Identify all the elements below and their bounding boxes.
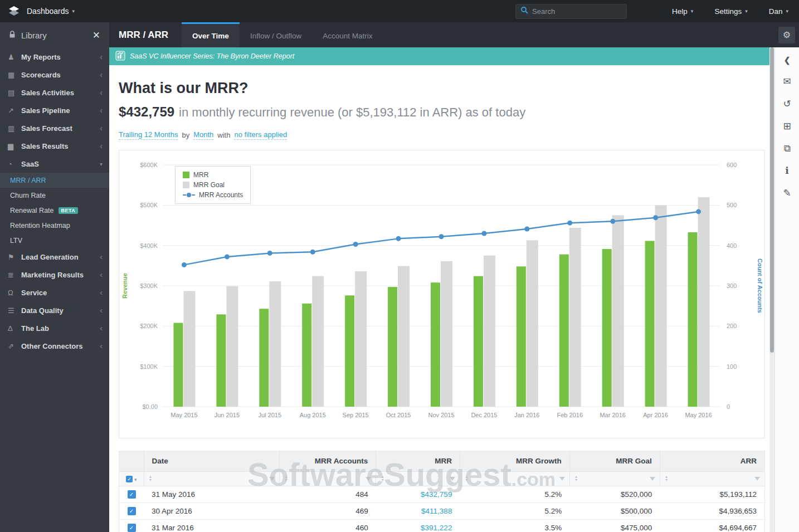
accounts-cell: 460	[279, 519, 376, 532]
help-menu[interactable]: Help ▾	[661, 7, 704, 16]
tab-inflow-outflow[interactable]: Inflow / Outflow	[240, 22, 312, 47]
email-icon[interactable]: ✉	[783, 77, 791, 86]
snapshot-icon[interactable]: ⧉	[783, 144, 790, 153]
accounts-cell: 469	[279, 502, 376, 519]
lead-generation-icon: ⚑	[8, 253, 21, 261]
svg-text:Feb 2016: Feb 2016	[557, 412, 583, 418]
export-icon[interactable]: ✎	[783, 188, 791, 198]
sidebar-item-service[interactable]: ΩService‹	[0, 284, 109, 301]
row-checkbox[interactable]: ✓	[128, 507, 136, 515]
sidebar-item-churn-rate[interactable]: Churn Rate	[0, 188, 109, 203]
sidebar-item-sales-pipeline[interactable]: ↗Sales Pipeline‹	[0, 101, 109, 119]
sidebar-item-data-quality[interactable]: ☰Data Quality‹	[0, 301, 109, 319]
select-column-header	[119, 451, 144, 471]
sidebar-item-saas[interactable]: ◔SaaS▾	[0, 155, 109, 173]
sidebar-item-my-reports[interactable]: ♟My Reports‹	[0, 48, 109, 66]
sidebar-item-other-connectors[interactable]: ⇗Other Connectors‹	[0, 337, 109, 355]
filter-funnel-icon[interactable]	[450, 477, 455, 481]
growth-cell: 5.2%	[460, 486, 569, 502]
gear-icon[interactable]: ⚙	[778, 27, 795, 43]
chevron-left-icon: ‹	[100, 88, 103, 97]
settings-menu[interactable]: Settings ▾	[704, 7, 758, 16]
scrollbar-thumb[interactable]	[770, 47, 774, 353]
filter-funnel-icon[interactable]	[366, 477, 371, 481]
history-icon[interactable]: ↺	[783, 99, 791, 109]
select-all-checkbox[interactable]: ✓	[126, 476, 133, 482]
pipeline-icon: ↗	[8, 106, 21, 115]
sidebar-item-label: Data Quality	[21, 306, 100, 315]
sort-icon[interactable]: ▲▼	[381, 475, 384, 482]
filter-funnel-icon[interactable]	[269, 477, 275, 481]
column-header-mrr-goal[interactable]: MRR Goal	[569, 451, 660, 471]
sort-icon[interactable]: ▲▼	[574, 475, 578, 482]
sidebar-item-renewal-rate[interactable]: Renewal RateBETA	[0, 203, 109, 218]
svg-text:Sep 2015: Sep 2015	[343, 412, 369, 418]
tab-over-time[interactable]: Over Time	[182, 22, 240, 47]
saas-subnav: MRR / ARRChurn RateRenewal RateBETAReten…	[0, 173, 109, 248]
sidebar-item-sales-activities[interactable]: ▤Sales Activities‹	[0, 84, 109, 101]
mrr-cell[interactable]: $411,388	[376, 502, 460, 519]
chevron-left-icon: ‹	[100, 306, 103, 315]
info-icon[interactable]: ℹ	[785, 166, 788, 175]
goal-cell: $520,000	[569, 486, 660, 502]
legend-item-mrr[interactable]: MRR	[183, 171, 243, 179]
add-widget-icon[interactable]: ⊞	[783, 121, 791, 131]
column-header-mrr-accounts[interactable]: MRR Accounts	[279, 451, 376, 471]
sort-icon[interactable]: ▲▼	[665, 475, 669, 482]
sidebar-item-scorecards[interactable]: ▦Scorecards‹	[0, 66, 109, 84]
close-icon[interactable]: ✕	[92, 30, 100, 41]
vertical-scrollbar[interactable]	[769, 47, 774, 532]
sidebar-item-mrr-arr[interactable]: MRR / ARR	[0, 173, 109, 188]
sort-icon[interactable]: ▲▼	[149, 475, 153, 482]
date-range-link[interactable]: Trailing 12 Months	[119, 130, 178, 140]
svg-text:400: 400	[727, 242, 737, 249]
column-header-arr[interactable]: ARR	[660, 451, 764, 471]
column-header-mrr[interactable]: MRR	[376, 451, 460, 471]
sidebar-item-retention-heatmap[interactable]: Retention Heatmap	[0, 218, 109, 233]
sort-icon[interactable]: ▲▼	[465, 475, 469, 482]
dashboards-menu[interactable]: Dashboards ▾	[27, 7, 75, 16]
sidebar-item-ltv[interactable]: LTV	[0, 233, 109, 248]
search-box[interactable]	[515, 4, 627, 19]
filters-applied-link[interactable]: no filters applied	[234, 130, 287, 140]
sidebar-item-lead-generation[interactable]: ⚑Lead Generation‹	[0, 248, 109, 266]
row-checkbox[interactable]: ✓	[128, 524, 136, 532]
filter-funnel-icon[interactable]	[754, 477, 760, 481]
settings-label: Settings	[714, 7, 742, 16]
table-row: ✓30 Apr 2016469$411,3885.2%$500,000$4,93…	[119, 502, 764, 519]
filter-funnel-icon[interactable]	[650, 477, 655, 481]
mrr-summary-text: in monthly recurring revenue (or $5,193,…	[179, 105, 525, 119]
legend-item-mrr-goal[interactable]: MRR Goal	[183, 181, 243, 189]
search-input[interactable]	[532, 7, 616, 16]
svg-text:Jun 2015: Jun 2015	[215, 412, 240, 418]
table-row: ✓31 May 2016484$432,7595.2%$520,000$5,19…	[119, 486, 764, 502]
collapse-panel-icon[interactable]: ❮	[784, 56, 791, 64]
column-header-mrr-growth[interactable]: MRR Growth	[460, 451, 569, 471]
sort-icon[interactable]: ▲▼	[284, 475, 288, 482]
svg-text:200: 200	[727, 323, 737, 329]
user-menu[interactable]: Dan ▾	[758, 7, 799, 16]
promo-banner[interactable]: SaaS VC Influencer Series: The Byron Dee…	[109, 47, 774, 65]
sidebar-item-marketing-results[interactable]: ≣Marketing Results‹	[0, 266, 109, 284]
granularity-link[interactable]: Month	[193, 130, 213, 140]
tab-account-matrix[interactable]: Account Matrix	[312, 22, 383, 47]
svg-text:$200K: $200K	[140, 323, 158, 329]
mrr-cell[interactable]: $391,222	[376, 519, 460, 532]
mrr-cell[interactable]: $432,759	[376, 486, 460, 502]
svg-text:Jul 2015: Jul 2015	[259, 412, 282, 418]
app-logo-icon[interactable]	[0, 5, 27, 17]
sidebar-item-sales-forecast[interactable]: ▥Sales Forecast‹	[0, 119, 109, 137]
sidebar-item-sales-results[interactable]: ▆Sales Results‹	[0, 137, 109, 155]
connectors-icon: ⇗	[8, 342, 21, 350]
column-header-date[interactable]: Date	[144, 451, 279, 471]
filter-funnel-icon[interactable]	[559, 477, 565, 481]
select-all-caret-icon[interactable]: ▾	[134, 477, 137, 482]
activities-icon: ▤	[8, 89, 21, 97]
legend-item-mrr-accounts[interactable]: MRR Accounts	[183, 191, 243, 199]
svg-text:Mar 2016: Mar 2016	[600, 412, 625, 418]
chevron-left-icon: ‹	[100, 70, 103, 79]
sidebar-item-the-lab[interactable]: ΔThe Lab‹	[0, 319, 109, 337]
goal-cell: $500,000	[569, 502, 660, 519]
chevron-left-icon: ‹	[100, 270, 103, 279]
row-checkbox[interactable]: ✓	[128, 490, 136, 499]
